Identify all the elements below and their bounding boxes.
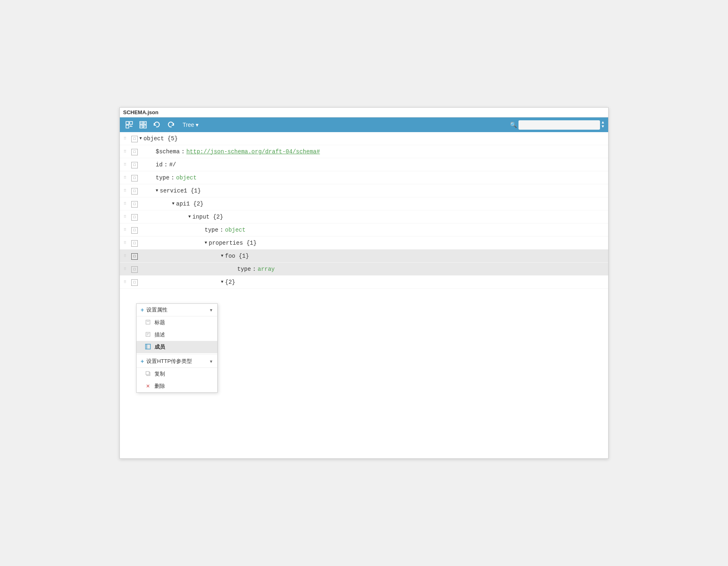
table-row[interactable]: ⠿ □ type : array	[120, 263, 608, 276]
menu-item-desc[interactable]: 描述	[137, 329, 217, 341]
search-down-icon[interactable]: ▼	[602, 125, 604, 129]
row-collapse-icon[interactable]: □	[130, 239, 139, 247]
row-data: type : array	[139, 266, 608, 272]
delete-icon: ✕	[145, 383, 151, 389]
row-value-link[interactable]: http://json-schema.org/draft-04/schema#	[186, 148, 320, 155]
tree-view-button[interactable]: Tree ▾	[179, 120, 202, 130]
row-data: ▼ foo {1}	[139, 253, 608, 259]
drag-handle: ⠿	[120, 267, 130, 272]
row-value: array	[258, 266, 275, 272]
search-area: 🔍 ▲ ▼	[510, 120, 604, 130]
expand-arrow[interactable]: ▼	[156, 188, 158, 193]
search-icon: 🔍	[510, 122, 517, 128]
table-row[interactable]: ⠿ □ ▼ api1 {2}	[120, 197, 608, 210]
drag-handle: ⠿	[120, 162, 130, 167]
row-collapse-icon[interactable]: □	[130, 135, 139, 142]
row-data: ▼ object {5}	[139, 135, 608, 142]
row-collapse-icon[interactable]: □	[130, 213, 139, 221]
row-collapse-icon[interactable]: □	[130, 226, 139, 234]
set-property-menu-header[interactable]: + 设置属性 ▼	[137, 304, 217, 316]
row-collapse-icon[interactable]: □	[130, 200, 139, 208]
row-collapse-icon[interactable]: □	[130, 265, 139, 273]
row-colon: :	[253, 266, 256, 272]
copy-icon	[145, 371, 151, 377]
table-row[interactable]: ⠿ □ ▼ object {5}	[120, 132, 608, 145]
table-row[interactable]: ⠿ □ id : #/	[120, 158, 608, 171]
svg-rect-15	[146, 320, 150, 324]
table-row[interactable]: ⠿ □ ▼ service1 {1}	[120, 184, 608, 197]
svg-rect-1	[130, 122, 132, 124]
menu-item-delete[interactable]: ✕ 删除	[137, 380, 217, 392]
menu-item-member[interactable]: 成员	[137, 341, 217, 353]
set-property-label: 设置属性	[146, 306, 168, 314]
row-collapse-icon[interactable]: □	[130, 279, 139, 286]
row-value: #/	[169, 161, 176, 168]
row-colon: :	[220, 227, 223, 233]
menu-divider	[137, 354, 217, 354]
row-collapse-icon[interactable]: □	[130, 174, 139, 181]
row-collapse-icon[interactable]: □	[130, 187, 139, 195]
search-input[interactable]	[518, 120, 600, 130]
menu-item-title[interactable]: 标题	[137, 316, 217, 329]
row-collapse-icon[interactable]: □	[130, 161, 139, 168]
row-colon: :	[164, 161, 168, 168]
row-key: object {5}	[143, 135, 178, 142]
row-key: foo {1}	[225, 253, 249, 259]
expand-arrow[interactable]: ▼	[221, 280, 223, 284]
svg-rect-0	[126, 122, 129, 124]
expand-all-button[interactable]	[138, 120, 148, 129]
delete-label: 删除	[154, 382, 165, 390]
drag-handle: ⠿	[120, 214, 130, 219]
table-row[interactable]: ⠿ □ ▼ input {2}	[120, 210, 608, 223]
plus-icon-http: +	[141, 358, 144, 365]
table-row[interactable]: ⠿ □ ▼ properties {1}	[120, 237, 608, 250]
row-value: object	[176, 175, 196, 181]
expand-arrow[interactable]: ▼	[172, 201, 174, 206]
row-colon: :	[181, 148, 185, 155]
title-bar: SCHEMA.json	[120, 108, 608, 117]
table-row[interactable]: ⠿ □ $schema : http://json-schema.org/dra…	[120, 145, 608, 158]
table-row[interactable]: ⠿ □ ▼ foo {1}	[120, 250, 608, 263]
row-key: type	[205, 227, 218, 233]
tree-dropdown-arrow: ▾	[196, 122, 199, 128]
row-key: input {2}	[192, 214, 223, 220]
drag-handle: ⠿	[120, 201, 130, 206]
search-nav: ▲ ▼	[602, 121, 604, 129]
row-key: $schema	[156, 148, 180, 155]
context-menu: + 设置属性 ▼ 标题 描述	[136, 303, 218, 393]
undo-button[interactable]	[152, 120, 162, 129]
menu-item-copy[interactable]: 复制	[137, 368, 217, 380]
drag-handle: ⠿	[120, 241, 130, 245]
row-data: ▼ {2}	[139, 279, 608, 285]
redo-button[interactable]	[165, 120, 176, 129]
row-key: type	[237, 266, 251, 272]
set-http-menu-header[interactable]: + 设置HTTP传参类型 ▼	[137, 355, 217, 368]
table-row[interactable]: ⠿ □ type : object	[120, 223, 608, 237]
window-title: SCHEMA.json	[123, 109, 159, 115]
row-collapse-icon[interactable]: □	[130, 148, 139, 155]
row-data: ▼ api1 {2}	[139, 201, 608, 207]
row-data: ▼ properties {1}	[139, 240, 608, 246]
row-collapse-icon[interactable]: □	[130, 252, 139, 260]
row-data: $schema : http://json-schema.org/draft-0…	[139, 148, 608, 155]
copy-label: 复制	[154, 370, 165, 378]
desc-label: 描述	[154, 331, 165, 338]
collapse-all-button[interactable]	[124, 120, 135, 129]
row-data: type : object	[139, 175, 608, 181]
toolbar: Tree ▾ 🔍 ▲ ▼	[120, 117, 608, 132]
title-label: 标题	[154, 319, 165, 326]
http-dropdown-arrow-icon: ▼	[209, 359, 213, 364]
expand-arrow[interactable]: ▼	[188, 214, 191, 219]
row-key: properties {1}	[209, 240, 257, 246]
main-window: SCHEMA.json	[119, 107, 609, 459]
table-row[interactable]: ⠿ □ type : object	[120, 171, 608, 184]
row-data: type : object	[139, 227, 608, 233]
dropdown-arrow-icon: ▼	[209, 308, 213, 312]
expand-arrow[interactable]: ▼	[205, 241, 207, 245]
plus-icon: +	[141, 307, 144, 313]
expand-arrow[interactable]: ▼	[139, 136, 142, 141]
row-data: ▼ service1 {1}	[139, 188, 608, 194]
table-row[interactable]: ⠿ □ ▼ {2}	[120, 276, 608, 289]
expand-arrow[interactable]: ▼	[221, 254, 223, 258]
set-http-label: 设置HTTP传参类型	[146, 358, 192, 365]
